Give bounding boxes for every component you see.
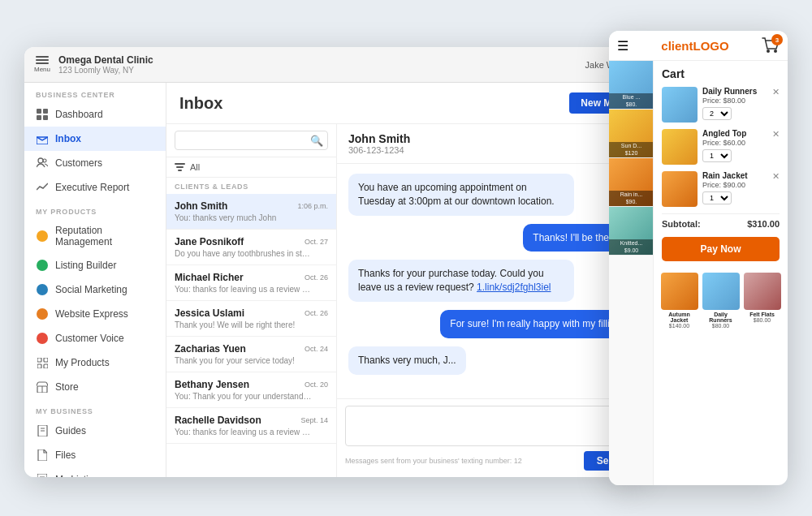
sidebar-item-website[interactable]: Website Express	[24, 302, 166, 326]
sidebar-guides-label: Guides	[55, 425, 86, 436]
sidebar-item-executive-report[interactable]: Executive Report	[24, 175, 166, 200]
cart-item-img-3	[662, 171, 698, 207]
cart-item-2: Angled Top Price: $60.00 12 ✕	[662, 129, 780, 165]
sidebar-dashboard-label: Dashboard	[55, 109, 103, 120]
input-note: Messages sent from your business' textin…	[345, 457, 522, 465]
sidebar-item-customers[interactable]: Customers	[24, 151, 166, 175]
conversation-list: 🔍 All Clients & Leads John Smith 1:06	[166, 124, 337, 477]
sidebar-item-guides[interactable]: Guides	[24, 419, 166, 443]
shop-main: Cart Daily Runners Price: $80.00 213 ✕	[654, 61, 788, 485]
shop-thumb-4[interactable]: Knitted...$9.00	[609, 207, 654, 256]
svg-point-25	[774, 49, 777, 53]
conv-item-2[interactable]: Jane Posnikoff Oct. 27 Do you have any t…	[166, 230, 336, 265]
business-address: 123 Loomly Way, NY	[58, 66, 577, 75]
cart-icon[interactable]: 3	[762, 37, 780, 54]
autumn-jacket-price: $140.00	[669, 323, 689, 329]
sidebar-item-listing[interactable]: Listing Builder	[24, 253, 166, 277]
shop-thumb-3[interactable]: Rain in...$90.	[609, 158, 654, 207]
menu-label: Menu	[34, 66, 50, 73]
cart-item-name-1: Daily Runners	[702, 87, 767, 96]
menu-button[interactable]: Menu	[34, 56, 50, 73]
sidebar-item-files[interactable]: Files	[24, 443, 166, 467]
svg-rect-0	[37, 109, 41, 114]
shop-topbar: ☰ clientLOGO 3	[609, 31, 788, 61]
cart-badge: 3	[771, 34, 783, 45]
cart-item-qty-1[interactable]: 213	[702, 107, 732, 120]
inbox-icon	[36, 132, 49, 145]
cart-item-name-2: Angled Top	[702, 129, 767, 138]
pay-now-button[interactable]: Pay Now	[662, 237, 780, 261]
file-icon	[36, 449, 49, 462]
cart-section: Cart Daily Runners Price: $80.00 213 ✕	[654, 61, 788, 268]
autumn-jacket-name: Autumn Jacket	[660, 312, 698, 323]
sidebar-customer-voice-label: Customer Voice	[55, 333, 124, 344]
conv-item-5[interactable]: Zacharias Yuen Oct. 24 Thank you for you…	[166, 337, 336, 372]
reputation-icon	[36, 230, 49, 243]
shop-products-grid: Autumn Jacket $140.00 Daily Runners $80.…	[654, 268, 788, 333]
shop-product-runners[interactable]: Daily Runners $80.00	[702, 273, 740, 329]
sidebar-item-dashboard[interactable]: Dashboard	[24, 102, 166, 127]
cart-item-qty-3[interactable]: 12	[702, 191, 732, 204]
sidebar-item-my-products[interactable]: My Products	[24, 350, 166, 375]
sidebar-section-products: My Products	[24, 200, 166, 219]
svg-rect-3	[43, 115, 48, 120]
sidebar-customers-label: Customers	[55, 157, 102, 169]
chat-input-footer: Messages sent from your business' textin…	[345, 451, 633, 471]
search-input[interactable]	[175, 131, 328, 150]
cart-item-remove-1[interactable]: ✕	[772, 87, 780, 97]
grid-icon	[36, 108, 49, 121]
sidebar-item-inbox[interactable]: Inbox	[24, 127, 166, 151]
conv-item-6[interactable]: Bethany Jensen Oct. 20 You: Thank you fo…	[166, 372, 336, 408]
shop-thumb-1[interactable]: Blue ...$80.	[609, 61, 654, 110]
business-name: Omega Dental Clinic	[58, 54, 577, 66]
chat-area: John Smith 306-123-1234 You have an upco…	[337, 124, 641, 477]
store-icon	[36, 381, 49, 393]
sidebar-item-customer-voice[interactable]: Customer Voice	[24, 326, 166, 350]
sidebar-item-reputation[interactable]: Reputation Management	[24, 219, 166, 253]
conversation-items: John Smith 1:06 p.m. You: thanks very mu…	[166, 194, 336, 477]
shop-product-autumn[interactable]: Autumn Jacket $140.00	[660, 273, 698, 329]
cart-item-remove-3[interactable]: ✕	[772, 171, 780, 182]
sidebar-section-business: Business Center	[24, 83, 166, 102]
crm-body: Business Center Dashboard Inbox	[24, 83, 641, 477]
conv-item-4[interactable]: Jessica Uslami Oct. 26 Thank you! We wil…	[166, 301, 336, 337]
conv-item-3[interactable]: Michael Richer Oct. 26 You: thanks for l…	[166, 265, 336, 301]
sidebar-store-label: Store	[55, 381, 79, 393]
cart-item-price-1: Price: $80.00	[702, 97, 767, 105]
svg-rect-21	[175, 163, 185, 165]
sidebar-item-my-listing[interactable]: My Listing	[24, 467, 166, 477]
chat-input[interactable]	[345, 406, 633, 446]
felt-flats-name: Felt Flats	[749, 312, 775, 317]
sidebar-item-social[interactable]: Social Marketing	[24, 277, 166, 302]
svg-rect-23	[178, 170, 182, 171]
sidebar-files-label: Files	[55, 449, 76, 461]
main-content: Inbox New Me 🔍 All	[166, 83, 641, 477]
shop-product-flats[interactable]: Felt Flats $80.00	[743, 273, 781, 329]
shop-thumb-2[interactable]: Sun D...$120	[609, 110, 654, 158]
filter-label: All	[190, 162, 200, 172]
sidebar-item-store[interactable]: Store	[24, 375, 166, 399]
felt-flats-img	[744, 273, 781, 310]
search-icon: 🔍	[310, 135, 323, 147]
social-icon	[36, 283, 49, 296]
cart-item-price-2: Price: $60.00	[702, 139, 767, 147]
chat-message-1: You have an upcoming appointment on Tues…	[348, 174, 574, 216]
cart-item-price-3: Price: $90.00	[702, 181, 767, 189]
conv-filter[interactable]: All	[166, 157, 336, 178]
listing-file-icon	[36, 473, 49, 477]
conversation-search: 🔍	[166, 124, 336, 157]
conv-item-7[interactable]: Rachelle Davidson Sept. 14 You: thanks f…	[166, 408, 336, 444]
shop-menu-icon[interactable]: ☰	[617, 38, 628, 54]
cart-item-img-1	[662, 87, 698, 123]
review-link[interactable]: 1.link/sdj2fghl3iel	[477, 282, 551, 293]
cart-item-qty-2[interactable]: 12	[702, 149, 732, 162]
svg-rect-10	[44, 364, 48, 368]
chat-messages: You have an upcoming appointment on Tues…	[337, 164, 641, 398]
sidebar-listing-label: Listing Builder	[55, 260, 116, 271]
sidebar-section-business2: My Business	[24, 399, 166, 419]
svg-point-5	[38, 158, 43, 163]
conv-item-1[interactable]: John Smith 1:06 p.m. You: thanks very mu…	[166, 194, 336, 230]
contact-phone: 306-123-1234	[348, 145, 630, 155]
crm-window: Menu Omega Dental Clinic 123 Loomly Way,…	[24, 47, 641, 477]
cart-item-remove-2[interactable]: ✕	[772, 129, 780, 140]
